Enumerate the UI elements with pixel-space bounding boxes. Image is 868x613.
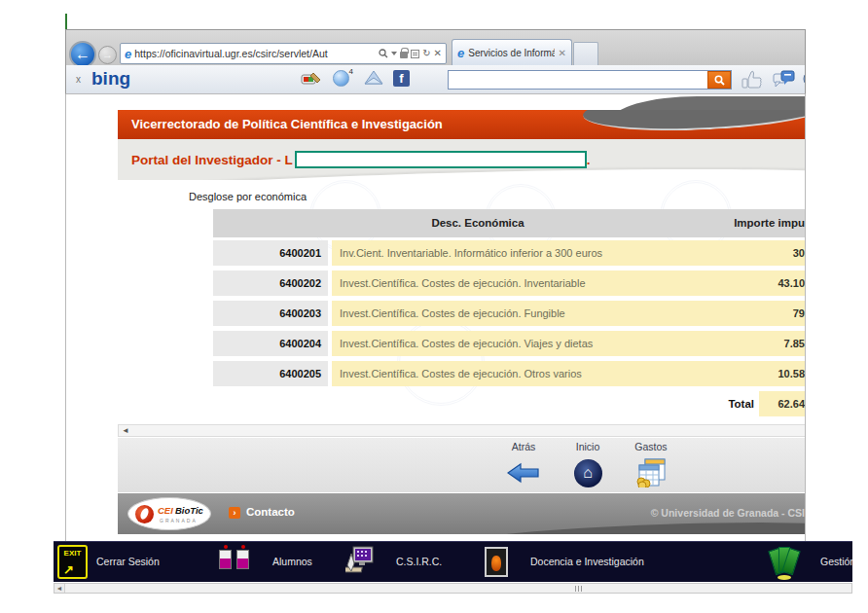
address-bar[interactable]: e https://oficinavirtual.ugr.es/csirc/se… [120, 43, 447, 64]
table-row: 6400202 Invest.Científica. Costes de eje… [213, 270, 806, 296]
nav-item-inicio[interactable]: Inicio ⌂ [557, 441, 619, 487]
page-content: Vicerrectorado de Política Científica e … [65, 94, 806, 541]
facebook-icon[interactable]: f [393, 70, 410, 87]
logo-mark [135, 505, 154, 523]
bottom-menu-bar: EXIT ↗ Cerrar Sesión Alumnos C.S.I.R.C. … [54, 541, 852, 582]
tab-close-icon[interactable]: ✕ [559, 48, 566, 58]
total-amount: 62.64 [778, 391, 805, 416]
copyright-text: © Universidad de Granada - CSI [651, 507, 805, 519]
ie-page-icon: e [125, 48, 131, 60]
browser-forward-button[interactable]: → [98, 46, 117, 64]
mail-icon[interactable] [364, 70, 383, 85]
nav-label-atras[interactable]: Atrás [492, 441, 555, 452]
row-amount: 10.58 [778, 361, 805, 386]
new-tab-button[interactable] [573, 42, 598, 66]
search-icon [714, 75, 725, 86]
nav-label-gastos[interactable]: Gastos [620, 441, 682, 452]
row-amount: 7.85 [784, 331, 805, 356]
section-label: Desglose por económica [189, 191, 307, 202]
toolbar-close-icon[interactable]: x [76, 74, 81, 85]
tab-title[interactable]: Servicios de Informática. U... [468, 48, 554, 58]
browser-tab[interactable]: e Servicios de Informática. U... ✕ [452, 39, 572, 66]
total-label: Total [563, 391, 754, 416]
like-thumb-icon[interactable] [741, 70, 763, 90]
chevron-down-icon[interactable] [391, 52, 397, 55]
row-code: 6400201 [213, 240, 328, 266]
menu-label-teaching[interactable]: Docencia e Investigación [530, 556, 644, 567]
frame-horizontal-scrollbar[interactable]: ◄ [54, 583, 852, 594]
refresh-icon[interactable]: ↻ [422, 49, 430, 58]
browser-back-button[interactable]: ← [69, 41, 96, 68]
table-row: 6400205 Invest.Científica. Costes de eje… [213, 361, 806, 386]
banner-corner-decoration [582, 110, 806, 136]
nav-item-atras[interactable]: Atrás [492, 441, 555, 487]
browser-titlebar: ← → e https://oficinavirtual.ugr.es/csir… [65, 29, 806, 65]
row-desc: Invest.Científica. Costes de ejecución. … [332, 270, 806, 296]
contact-link[interactable]: Contacto [246, 506, 295, 518]
computer-icon[interactable] [345, 546, 375, 577]
page-nav-bar: Atrás Inicio ⌂ Gastos [118, 438, 806, 492]
row-amount: 43.10 [778, 270, 805, 296]
row-code: 6400203 [213, 301, 328, 326]
menu-label-economy[interactable]: Gestión Econ [820, 556, 852, 567]
exit-icon-text: EXIT [59, 549, 86, 558]
footer-swoosh-decoration [456, 518, 806, 534]
row-desc: Inv.Cient. Inventariable. Informático in… [332, 240, 806, 266]
row-code: 6400205 [213, 361, 328, 386]
portal-heading-suffix: . [587, 153, 591, 167]
exit-icon[interactable]: EXIT ↗ [57, 545, 88, 579]
row-code: 6400204 [213, 331, 328, 356]
money-icon[interactable] [770, 545, 799, 580]
clipped-toolbar-icon[interactable] [800, 70, 806, 88]
contact-arrow-icon[interactable]: › [229, 507, 240, 519]
teaching-icon[interactable] [485, 547, 508, 577]
portal-heading: Portal del Investigador - L [131, 153, 293, 167]
expenses-spreadsheet-icon[interactable] [635, 458, 667, 487]
content-horizontal-scrollbar[interactable]: ◄ [118, 424, 806, 437]
menu-label-students[interactable]: Alumnos [272, 556, 312, 567]
redacted-name-box [295, 151, 587, 168]
back-arrow-icon[interactable] [507, 462, 540, 484]
bing-logo[interactable]: bing [91, 68, 130, 90]
nav-label-inicio[interactable]: Inicio [557, 441, 619, 452]
toolbar-search-button[interactable] [707, 71, 731, 89]
address-url[interactable]: https://oficinavirtual.ugr.es/csirc/serv… [134, 48, 376, 59]
menu-label-logout[interactable]: Cerrar Sesión [96, 556, 160, 567]
exit-arrow: ↗ [63, 562, 74, 577]
scrollbar-grip[interactable] [570, 585, 586, 592]
home-icon[interactable]: ⌂ [574, 459, 602, 487]
toolbar-search-input[interactable] [449, 71, 707, 89]
tab-favicon: e [457, 47, 464, 59]
logo-text-granada: GRANADA [160, 518, 198, 523]
row-desc: Invest.Científica. Costes de ejecución. … [332, 301, 806, 326]
chat-bubbles-icon[interactable] [773, 70, 796, 90]
scroll-left-icon[interactable]: ◄ [122, 425, 129, 436]
cei-biotic-logo[interactable]: CEI BioTic GRANADA [127, 497, 211, 530]
menu-label-csirc[interactable]: C.S.I.R.C. [396, 556, 442, 567]
row-amount: 79 [793, 301, 805, 326]
students-icon[interactable] [219, 550, 249, 569]
row-desc: Invest.Científica. Costes de ejecución. … [332, 331, 806, 356]
row-code: 6400202 [213, 270, 328, 296]
messenger-icon[interactable]: 4 [333, 70, 349, 87]
nav-item-gastos[interactable]: Gastos [620, 441, 682, 487]
stop-icon[interactable]: ✕ [434, 49, 442, 58]
scroll-left-button[interactable]: ◄ [54, 584, 65, 593]
portal-heading-band: Portal del Investigador - L . [118, 139, 806, 180]
compatibility-view-icon[interactable] [411, 50, 419, 58]
table-row: 6400203 Invest.Científica. Costes de eje… [213, 301, 806, 326]
paint-tools-icon[interactable] [300, 70, 321, 88]
table-header-row: Desc. Económica Importe impu [213, 209, 806, 237]
row-desc: Invest.Científica. Costes de ejecución. … [332, 361, 806, 386]
logo-text-biotic: BioTic [175, 505, 203, 516]
column-header-importe: Importe impu [734, 209, 805, 237]
table-row: 6400204 Invest.Científica. Costes de eje… [213, 331, 806, 356]
bing-toolbar: x bing 4 f [65, 65, 806, 94]
toolbar-search-box[interactable] [448, 70, 732, 90]
column-header-desc: Desc. Económica [332, 209, 624, 237]
table-total-row: Total 62.64 [213, 391, 806, 416]
row-amount: 30 [793, 240, 805, 266]
table-row: 6400201 Inv.Cient. Inventariable. Inform… [213, 240, 806, 266]
search-icon[interactable] [379, 49, 388, 58]
page-footer: CEI BioTic GRANADA › Contacto © Universi… [118, 493, 806, 534]
